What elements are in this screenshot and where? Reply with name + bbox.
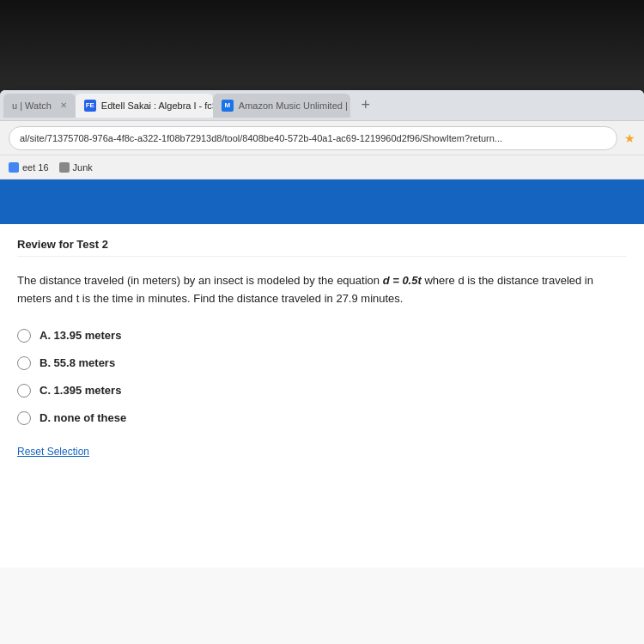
bookmark-junk-label: Junk (73, 162, 93, 173)
options-list: A. 13.95 meters B. 55.8 meters C. 1.395 … (17, 329, 627, 425)
blue-banner (0, 179, 644, 224)
bookmark-sheet16-label: eet 16 (22, 162, 49, 173)
tab-edtell-label: Edtell Sakai : Algebra I - fcSP19-... (101, 100, 213, 111)
option-d-label: D. none of these (39, 411, 126, 424)
bookmarks-bar: eet 16 Junk (0, 155, 644, 179)
review-title: Review for Test 2 (17, 238, 627, 257)
tab-bar: u | Watch ✕ FE Edtell Sakai : Algebra I … (0, 90, 644, 121)
option-a[interactable]: A. 13.95 meters (17, 329, 627, 343)
tab-watch-label: u | Watch (12, 100, 52, 111)
option-b-label: B. 55.8 meters (39, 356, 115, 369)
tab-watch-close[interactable]: ✕ (60, 100, 67, 110)
option-c-label: C. 1.395 meters (39, 384, 121, 397)
edtell-favicon: FE (84, 100, 96, 112)
content-body: Review for Test 2 The distance traveled … (0, 224, 644, 568)
tab-amazon[interactable]: M Amazon Music Unlimited | S... 🔊 ✕ (213, 94, 350, 118)
bookmark-junk[interactable]: Junk (59, 162, 93, 173)
address-bar: al/site/71375708-976a-4f8c-a322-1f08b729… (0, 121, 644, 155)
radio-b[interactable] (17, 356, 31, 370)
bookmark-sheet16[interactable]: eet 16 (9, 162, 49, 173)
browser-window: u | Watch ✕ FE Edtell Sakai : Algebra I … (0, 90, 644, 644)
desktop-background (0, 0, 644, 94)
new-tab-button[interactable]: + (354, 94, 378, 118)
bookmark-star-icon[interactable]: ★ (624, 131, 635, 145)
option-d[interactable]: D. none of these (17, 411, 627, 425)
option-c[interactable]: C. 1.395 meters (17, 384, 627, 398)
bookmark-junk-icon (59, 162, 70, 173)
url-text: al/site/71375708-976a-4f8c-a322-1f08b729… (20, 133, 502, 143)
amazon-favicon: M (222, 100, 234, 112)
reset-selection-link[interactable]: Reset Selection (17, 446, 89, 458)
tab-amazon-label: Amazon Music Unlimited | S... (239, 100, 350, 111)
bookmark-sheet16-icon (9, 162, 19, 173)
page-content: Review for Test 2 The distance traveled … (0, 179, 644, 644)
option-a-label: A. 13.95 meters (39, 329, 121, 342)
radio-d[interactable] (17, 411, 31, 425)
tab-edtell[interactable]: FE Edtell Sakai : Algebra I - fcSP19-...… (76, 94, 213, 118)
equation-display: d = 0.5t (383, 274, 422, 287)
question-text: The distance traveled (in meters) by an … (17, 272, 627, 308)
option-b[interactable]: B. 55.8 meters (17, 356, 627, 370)
url-input[interactable]: al/site/71375708-976a-4f8c-a322-1f08b729… (9, 126, 617, 150)
radio-a[interactable] (17, 329, 31, 343)
tab-watch[interactable]: u | Watch ✕ (3, 94, 76, 118)
radio-c[interactable] (17, 384, 31, 398)
